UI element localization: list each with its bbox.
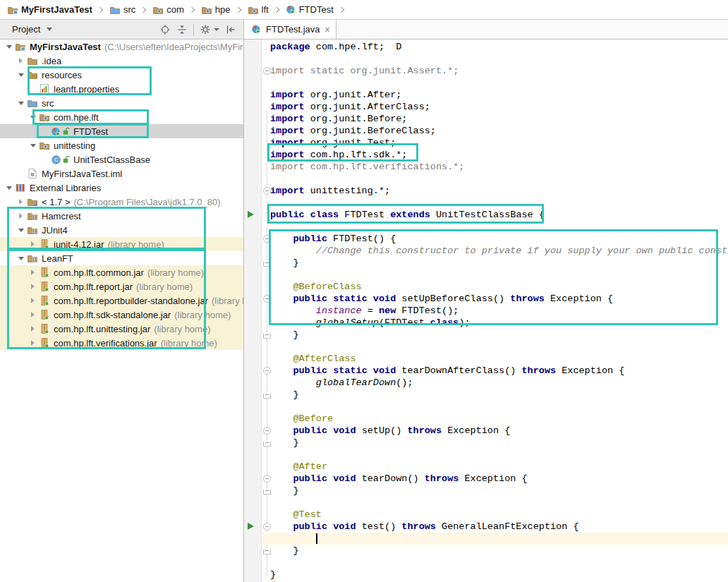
tree-expand-arrow-icon[interactable] xyxy=(16,229,25,232)
code-line: import org.junit.AfterClass; xyxy=(270,101,728,113)
library-icon xyxy=(27,253,38,264)
tree-collapse-arrow-icon[interactable] xyxy=(28,269,37,275)
fold-collapse-icon[interactable] xyxy=(263,475,271,483)
project-view-selector[interactable]: Project xyxy=(4,23,55,36)
tree-row-ftdtest[interactable]: FTDTest xyxy=(0,124,243,138)
code-line: @Before xyxy=(270,413,728,425)
code-line xyxy=(270,269,728,281)
tree-row-resources[interactable]: resources xyxy=(0,68,243,82)
tree-row-unittesting[interactable]: unittesting xyxy=(0,138,243,152)
tree-collapse-arrow-icon[interactable] xyxy=(28,326,37,332)
test-class-icon xyxy=(286,4,296,15)
code-line: } xyxy=(270,389,728,401)
close-icon[interactable]: × xyxy=(324,25,330,35)
tree-row-junit-4-12-jar[interactable]: junit-4.12.jar(library home) xyxy=(0,237,243,251)
tree-expand-arrow-icon[interactable] xyxy=(28,116,37,119)
tree-row--idea[interactable]: .idea xyxy=(0,54,243,68)
breadcrumb-item-hpe[interactable]: hpe xyxy=(200,4,231,16)
code-line xyxy=(270,401,728,413)
tree-row-com-hp-lft-common-jar[interactable]: com.hp.lft.common.jar(library home) xyxy=(0,265,243,279)
breadcrumb-item-com[interactable]: com xyxy=(151,4,184,16)
tree-expand-arrow-icon[interactable] xyxy=(4,186,13,190)
fold-collapse-icon[interactable] xyxy=(263,235,271,243)
breadcrumb-item-src[interactable]: src xyxy=(108,4,135,16)
svg-text:C: C xyxy=(54,157,59,163)
tree-row-com-hp-lft-sdk-standalone-jar[interactable]: com.hp.lft.sdk-standalone.jar(library ho… xyxy=(0,308,243,322)
tree-collapse-arrow-icon[interactable] xyxy=(28,241,37,247)
tree-row-junit4[interactable]: JUnit4 xyxy=(0,223,243,237)
tree-row-unittestclassbase[interactable]: CUnitTestClassBase xyxy=(0,152,243,166)
chevron-right-icon xyxy=(189,6,195,12)
code-line: import static org.junit.Assert.*; xyxy=(270,65,728,77)
breadcrumb-label: hpe xyxy=(215,4,231,15)
code-line: } xyxy=(270,329,728,341)
tab-ftdtest-java[interactable]: FTDTest.java × xyxy=(244,20,336,39)
tree-row-label: Hamcrest xyxy=(42,211,81,222)
code-line: import org.junit.BeforeClass; xyxy=(270,125,728,137)
tree-expand-arrow-icon[interactable] xyxy=(28,144,37,147)
tree-row-com-hp-lft-verifications-jar[interactable]: com.hp.lft.verifications.jar(library hom… xyxy=(0,336,243,350)
code-line: import com.hp.lft.sdk.*; xyxy=(270,149,728,161)
run-test-arrow-icon[interactable] xyxy=(248,523,254,530)
fold-collapse-icon[interactable] xyxy=(263,367,271,375)
jar-icon xyxy=(39,295,50,306)
fold-collapse-icon[interactable] xyxy=(263,295,271,303)
tree-row-com-hp-lft-report-jar[interactable]: com.hp.lft.report.jar(library home) xyxy=(0,279,243,293)
tree-expand-arrow-icon[interactable] xyxy=(4,45,13,49)
tree-row-detail: (library home) xyxy=(147,267,204,278)
tree-collapse-arrow-icon[interactable] xyxy=(28,312,37,317)
collapse-all-icon[interactable] xyxy=(176,24,188,35)
tree-row-leanft-properties[interactable]: leanft.properties xyxy=(0,82,243,96)
tree-indent xyxy=(0,315,28,315)
tree-row-com-hp-lft-unittesting-jar[interactable]: com.hp.lft.unittesting.jar(library home) xyxy=(0,322,243,336)
tree-row--1-7-[interactable]: < 1.7 >(C:\Program Files\Java\jdk1.7.0_8… xyxy=(0,195,243,209)
run-test-arrow-icon[interactable] xyxy=(248,211,254,218)
code-line: package com.hpe.lft; D xyxy=(270,41,728,53)
tree-collapse-arrow-icon[interactable] xyxy=(16,199,25,205)
tree-indent xyxy=(0,159,40,160)
tree-row-src[interactable]: src xyxy=(0,96,243,110)
tree-row-label: src xyxy=(42,98,54,109)
tree-collapse-arrow-icon[interactable] xyxy=(28,340,37,346)
code-line: import com.hp.lft.verifications.*; xyxy=(270,161,728,173)
breadcrumb-item-ftdtest[interactable]: FTDTest xyxy=(284,4,334,15)
code-line: public void test() throws GeneralLeanFtE… xyxy=(270,521,728,533)
tree-collapse-arrow-icon[interactable] xyxy=(28,298,37,303)
tree-row-myfirstjavatest-iml[interactable]: MyFirstJavaTest.iml xyxy=(0,166,243,181)
fold-collapse-icon[interactable] xyxy=(263,67,271,75)
breadcrumb-item-myfirstjavatest[interactable]: MyFirstJavaTest xyxy=(6,4,92,16)
hide-panel-icon[interactable] xyxy=(225,24,236,35)
editor-surface[interactable]: package com.hpe.lft; D import static org… xyxy=(244,40,728,582)
code-line xyxy=(270,449,728,461)
tree-collapse-arrow-icon[interactable] xyxy=(16,213,25,219)
lock-icon xyxy=(63,155,70,164)
tree-row-detail: (library home) xyxy=(136,281,193,292)
fold-collapse-icon[interactable] xyxy=(263,427,271,435)
tree-expand-arrow-icon[interactable] xyxy=(16,73,25,77)
locate-icon[interactable] xyxy=(159,24,171,35)
breadcrumb-item-lft[interactable]: lft xyxy=(246,4,269,16)
tree-row-com-hp-lft-reportbuilder-standalone-jar[interactable]: com.hp.lft.reportbuilder-standalone.jar(… xyxy=(0,293,243,308)
project-panel-toolbar xyxy=(159,24,239,35)
chevron-down-icon xyxy=(47,28,52,31)
breadcrumb-label: FTDTest xyxy=(299,4,334,15)
tree-row-com-hpe-lft[interactable]: com.hpe.lft xyxy=(0,110,243,124)
chevron-right-icon xyxy=(273,6,279,12)
settings-gear-icon[interactable] xyxy=(200,24,219,35)
tree-row-detail: (library home) xyxy=(154,324,210,334)
tree-row-external-libraries[interactable]: External Libraries xyxy=(0,181,243,195)
fold-collapse-icon[interactable] xyxy=(263,187,271,195)
tree-indent xyxy=(0,230,16,231)
code-line: //Change this constructor to private if … xyxy=(270,245,728,257)
tree-expand-arrow-icon[interactable] xyxy=(16,102,25,105)
tree-indent xyxy=(0,286,28,287)
tree-collapse-arrow-icon[interactable] xyxy=(28,284,37,289)
tree-expand-arrow-icon[interactable] xyxy=(16,257,25,260)
tree-row-hamcrest[interactable]: Hamcrest xyxy=(0,209,243,223)
fold-collapse-icon[interactable] xyxy=(263,523,271,531)
tree-row-leanft[interactable]: LeanFT xyxy=(0,251,243,265)
tree-collapse-arrow-icon[interactable] xyxy=(16,58,25,63)
tree-row-label: com.hp.lft.verifications.jar xyxy=(54,338,157,348)
code-area[interactable]: package com.hpe.lft; D import static org… xyxy=(270,41,728,581)
tree-row-myfirstjavatest[interactable]: MyFirstJavaTest(C:\Users\efter\IdeaProje… xyxy=(0,40,243,54)
